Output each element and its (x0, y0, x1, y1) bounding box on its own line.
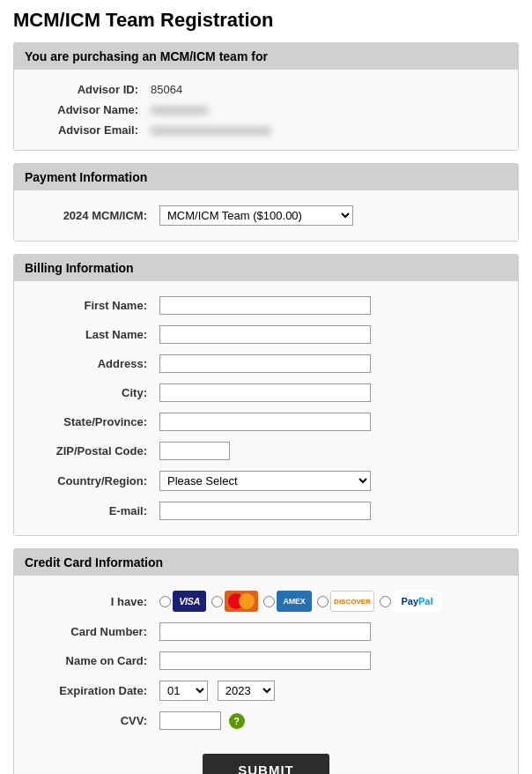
payment-header: Payment Information (14, 164, 518, 190)
payment-body: 2024 MCM/ICM: MCM/ICM Team ($100.00) (14, 190, 518, 241)
last-name-row: Last Name: (29, 321, 503, 348)
first-name-row: First Name: (29, 292, 503, 319)
amex-radio[interactable] (263, 596, 275, 607)
card-type-cell: VISA AMEX (154, 586, 503, 616)
advisor-name-row: Advisor Name: xxxxxxxxxx (29, 100, 503, 119)
expiration-year-select[interactable]: 2023 2024 2025 2026 2027 2028 (218, 681, 275, 701)
mastercard-radio[interactable] (211, 596, 223, 607)
name-on-card-label: Name on Card: (29, 647, 152, 674)
advisor-email-label: Advisor Email: (29, 121, 144, 139)
cvv-input[interactable] (159, 711, 221, 730)
purchasing-header: You are purchasing an MCM/ICM team for (14, 43, 518, 70)
address-input[interactable] (159, 354, 371, 373)
card-type-row: I have: VISA (29, 586, 503, 616)
credit-header: Credit Card Information (14, 549, 518, 576)
first-name-cell (154, 292, 503, 319)
amex-icon: AMEX (277, 591, 312, 612)
first-name-input[interactable] (159, 296, 371, 315)
advisor-id-row: Advisor ID: 85064 (29, 80, 503, 99)
email-input[interactable] (159, 502, 371, 520)
expiration-row: Expiration Date: 01 02 03 04 05 06 07 08… (29, 676, 503, 705)
purchasing-section: You are purchasing an MCM/ICM team for A… (13, 42, 519, 151)
cvv-label: CVV: (29, 707, 152, 734)
email-row: E-mail: (29, 497, 503, 525)
advisor-info-table: Advisor ID: 85064 Advisor Name: xxxxxxxx… (27, 78, 505, 141)
address-label: Address: (29, 350, 152, 377)
expiration-month-select[interactable]: 01 02 03 04 05 06 07 08 09 10 11 12 (159, 681, 208, 701)
advisor-name-label: Advisor Name: (29, 100, 144, 119)
cvv-row: CVV: ? (29, 707, 503, 734)
advisor-email-row: Advisor Email: xxxxxxxxxxxxxxxxxxxxx (29, 121, 503, 139)
country-label: Country/Region: (29, 466, 152, 495)
purchasing-body: Advisor ID: 85064 Advisor Name: xxxxxxxx… (14, 70, 518, 150)
billing-header: Billing Information (14, 255, 518, 281)
paypal-radio[interactable] (380, 596, 391, 607)
mcm-row: 2024 MCM/ICM: MCM/ICM Team ($100.00) (29, 201, 503, 230)
email-cell (154, 497, 503, 525)
payment-form-table: 2024 MCM/ICM: MCM/ICM Team ($100.00) (27, 199, 505, 232)
visa-radio[interactable] (159, 596, 171, 607)
submit-button[interactable]: SUBMIT (203, 754, 329, 774)
advisor-id-value: 85064 (145, 80, 503, 99)
zip-input[interactable] (159, 442, 230, 460)
zip-row: ZIP/Postal Code: (29, 437, 503, 465)
mastercard-option (211, 591, 258, 612)
advisor-id-label: Advisor ID: (29, 80, 144, 99)
amex-option: AMEX (263, 591, 312, 612)
paypal-option: PayPal (380, 591, 441, 612)
mastercard-icon (225, 591, 258, 612)
city-row: City: (29, 379, 503, 406)
discover-icon: DISCOVER (330, 591, 374, 612)
city-cell (154, 379, 503, 406)
advisor-name-value: xxxxxxxxxx (145, 100, 503, 119)
name-on-card-input[interactable] (159, 651, 371, 670)
address-cell (154, 350, 503, 377)
card-options-row: VISA AMEX (159, 591, 498, 612)
expiration-cell: 01 02 03 04 05 06 07 08 09 10 11 12 (154, 676, 503, 705)
mcm-label: 2024 MCM/ICM: (29, 201, 152, 230)
discover-radio[interactable] (317, 596, 329, 607)
card-number-input[interactable] (159, 622, 371, 641)
credit-form-table: I have: VISA (27, 584, 505, 736)
city-input[interactable] (159, 383, 371, 402)
mcm-select[interactable]: MCM/ICM Team ($100.00) (159, 205, 353, 226)
zip-cell (154, 437, 503, 465)
state-label: State/Province: (29, 408, 152, 435)
expiration-label: Expiration Date: (29, 676, 152, 705)
country-select[interactable]: Please Select United States Canada Unite… (159, 471, 371, 491)
mcm-select-cell: MCM/ICM Team ($100.00) (154, 201, 503, 230)
visa-icon: VISA (173, 591, 206, 612)
last-name-input[interactable] (159, 325, 371, 344)
i-have-label: I have: (29, 586, 152, 616)
state-cell (154, 408, 503, 435)
last-name-cell (154, 321, 503, 348)
page-title: MCM/ICM Team Registration (13, 9, 519, 32)
billing-section: Billing Information First Name: Last Nam… (13, 254, 519, 536)
card-number-cell (154, 618, 503, 645)
name-on-card-row: Name on Card: (29, 647, 503, 674)
name-on-card-cell (154, 647, 503, 674)
billing-body: First Name: Last Name: Address: City: (14, 281, 518, 535)
email-label: E-mail: (29, 497, 152, 525)
country-row: Country/Region: Please Select United Sta… (29, 466, 503, 495)
zip-label: ZIP/Postal Code: (29, 437, 152, 465)
paypal-icon: PayPal (393, 591, 441, 612)
credit-section: Credit Card Information I have: VISA (13, 548, 519, 774)
state-input[interactable] (159, 413, 371, 431)
card-number-row: Card Number: (29, 618, 503, 645)
cvv-cell: ? (154, 707, 503, 734)
advisor-email-value: xxxxxxxxxxxxxxxxxxxxx (145, 121, 503, 139)
billing-form-table: First Name: Last Name: Address: City: (27, 290, 505, 526)
cvv-help-icon[interactable]: ? (229, 713, 245, 729)
last-name-label: Last Name: (29, 321, 152, 348)
first-name-label: First Name: (29, 292, 152, 319)
submit-row: SUBMIT (27, 736, 505, 774)
state-row: State/Province: (29, 408, 503, 435)
address-row: Address: (29, 350, 503, 377)
card-number-label: Card Number: (29, 618, 152, 645)
visa-option: VISA (159, 591, 206, 612)
city-label: City: (29, 379, 152, 406)
country-cell: Please Select United States Canada Unite… (154, 466, 503, 495)
credit-body: I have: VISA (14, 576, 518, 774)
payment-section: Payment Information 2024 MCM/ICM: MCM/IC… (13, 163, 519, 242)
